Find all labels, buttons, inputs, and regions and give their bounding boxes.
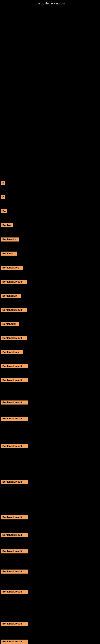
bottleneck-label-5: Bottleneck r bbox=[1, 238, 19, 242]
result-row-24: Bottleneck result bbox=[0, 590, 28, 594]
bottleneck-label-3: Bo bbox=[1, 209, 7, 213]
result-row-6: Bottlenec bbox=[0, 252, 17, 256]
result-row-21: Bottleneck result bbox=[0, 533, 28, 538]
bottleneck-label-22: Bottleneck result bbox=[1, 550, 28, 554]
bottleneck-label-8: Bottleneck result bbox=[1, 280, 27, 284]
result-row-19: Bottleneck result bbox=[0, 480, 28, 484]
result-row-7: Bottleneck res bbox=[0, 266, 23, 270]
bottleneck-label-19: Bottleneck result bbox=[1, 480, 28, 484]
bottleneck-label-17: Bottleneck result bbox=[1, 416, 28, 420]
bottleneck-label-6: Bottlenec bbox=[1, 252, 17, 256]
result-row-25: Bottleneck result bbox=[0, 622, 28, 626]
result-row-11: Bottleneck r bbox=[0, 322, 19, 327]
site-title: TheBottlenecker.com bbox=[0, 0, 100, 6]
bottleneck-label-26: Bottleneck result bbox=[1, 640, 28, 644]
bottleneck-label-20: Bottleneck result bbox=[1, 516, 28, 520]
bottleneck-label-13: Bottleneck res bbox=[1, 350, 23, 354]
bottleneck-label-4: Bottlen bbox=[1, 224, 13, 228]
result-row-2: B bbox=[0, 195, 5, 200]
bottleneck-label-23: Bottleneck result bbox=[1, 570, 28, 574]
bottleneck-label-12: Bottleneck result bbox=[1, 336, 27, 340]
result-row-3: Bo bbox=[0, 209, 7, 214]
chart-area bbox=[0, 6, 100, 70]
result-row-10: Bottleneck result bbox=[0, 308, 27, 313]
bottleneck-label-1: B bbox=[1, 181, 5, 185]
bottleneck-label-2: B bbox=[1, 195, 5, 199]
result-row-15: Bottleneck result bbox=[0, 378, 28, 383]
result-row-13: Bottleneck res bbox=[0, 350, 23, 355]
result-row-14: Bottleneck result bbox=[0, 364, 28, 369]
bottleneck-label-14: Bottleneck result bbox=[1, 364, 28, 368]
result-row-12: Bottleneck result bbox=[0, 336, 27, 341]
result-row-18: Bottleneck result bbox=[0, 444, 28, 449]
bottleneck-label-15: Bottleneck result bbox=[1, 378, 28, 382]
bottleneck-label-16: Bottleneck result bbox=[1, 400, 28, 404]
result-row-26: Bottleneck result bbox=[0, 640, 28, 644]
result-row-1: B bbox=[0, 181, 5, 186]
bottleneck-label-9: Bottleneck re bbox=[1, 294, 21, 298]
result-row-17: Bottleneck result bbox=[0, 416, 28, 422]
bottleneck-label-10: Bottleneck result bbox=[1, 308, 27, 312]
bottleneck-label-21: Bottleneck result bbox=[1, 533, 28, 537]
result-row-5: Bottleneck r bbox=[0, 238, 19, 242]
result-row-22: Bottleneck result bbox=[0, 550, 28, 554]
result-row-20: Bottleneck result bbox=[0, 516, 28, 520]
result-row-8: Bottleneck result bbox=[0, 280, 27, 284]
bottleneck-label-25: Bottleneck result bbox=[1, 622, 28, 626]
result-row-9: Bottleneck re bbox=[0, 294, 21, 299]
bottleneck-label-7: Bottleneck res bbox=[1, 266, 23, 270]
bottleneck-label-24: Bottleneck result bbox=[1, 590, 28, 594]
result-row-23: Bottleneck result bbox=[0, 570, 28, 574]
bottleneck-label-11: Bottleneck r bbox=[1, 322, 19, 326]
bottleneck-label-18: Bottleneck result bbox=[1, 444, 28, 448]
result-row-16: Bottleneck result bbox=[0, 400, 28, 405]
result-row-4: Bottlen bbox=[0, 224, 13, 228]
